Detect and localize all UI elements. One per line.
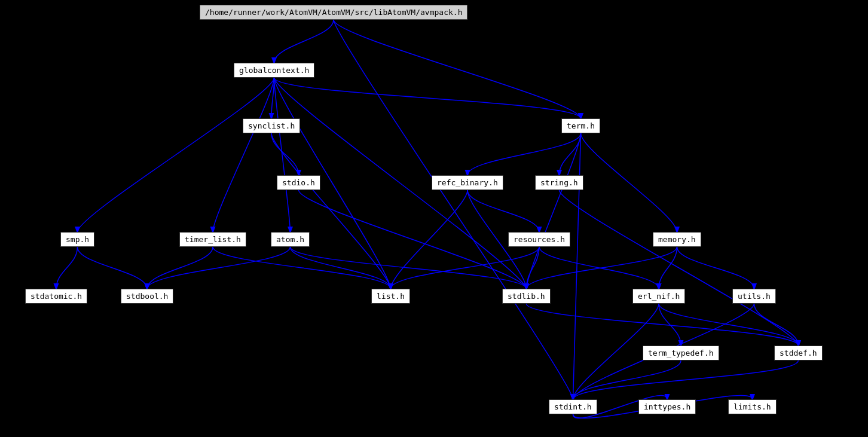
node-utils: utils.h xyxy=(732,289,776,304)
node-globalcontext: globalcontext.h xyxy=(234,63,314,78)
node-limits: limits.h xyxy=(728,399,777,414)
node-stdlib: stdlib.h xyxy=(502,289,551,304)
node-list: list.h xyxy=(371,289,410,304)
node-stddef: stddef.h xyxy=(774,346,823,360)
node-inttypes: inttypes.h xyxy=(638,399,696,414)
node-stdbool: stdbool.h xyxy=(121,289,173,304)
node-term_typedef: term_typedef.h xyxy=(643,346,719,360)
node-synclist: synclist.h xyxy=(243,118,300,133)
node-stdio: stdio.h xyxy=(277,175,320,190)
node-stdatomic: stdatomic.h xyxy=(25,289,87,304)
node-memory: memory.h xyxy=(653,232,701,247)
node-resources: resources.h xyxy=(508,232,570,247)
dependency-graph xyxy=(0,0,868,437)
node-string: string.h xyxy=(535,175,583,190)
node-smp: smp.h xyxy=(60,232,94,247)
node-atom: atom.h xyxy=(271,232,310,247)
node-term: term.h xyxy=(561,118,600,133)
node-erl_nif: erl_nif.h xyxy=(632,289,685,304)
node-timer_list: timer_list.h xyxy=(179,232,246,247)
node-refc_binary: refc_binary.h xyxy=(432,175,503,190)
node-avmpack: /home/runner/work/AtomVM/AtomVM/src/libA… xyxy=(200,5,467,20)
node-stdint: stdint.h xyxy=(549,399,597,414)
